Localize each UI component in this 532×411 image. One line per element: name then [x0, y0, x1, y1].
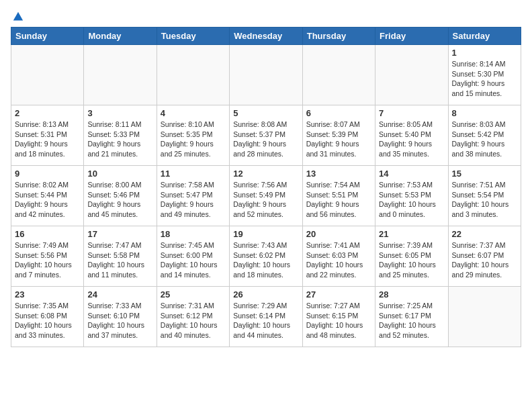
calendar-cell: 14Sunrise: 7:53 AM Sunset: 5:53 PM Dayli…	[375, 166, 448, 226]
calendar-cell	[375, 45, 448, 105]
day-number: 12	[233, 169, 298, 179]
day-info: Sunrise: 8:08 AM Sunset: 5:37 PM Dayligh…	[233, 120, 298, 159]
day-number: 4	[161, 108, 226, 118]
logo	[11, 11, 24, 20]
day-header-friday: Friday	[375, 28, 448, 45]
day-number: 11	[161, 169, 226, 179]
calendar-cell: 16Sunrise: 7:49 AM Sunset: 5:56 PM Dayli…	[11, 226, 84, 287]
logo-icon	[12, 11, 24, 23]
calendar-cell: 19Sunrise: 7:43 AM Sunset: 6:02 PM Dayli…	[230, 226, 302, 287]
calendar-cell: 5Sunrise: 8:08 AM Sunset: 5:37 PM Daylig…	[230, 105, 302, 166]
calendar-cell: 4Sunrise: 8:10 AM Sunset: 5:35 PM Daylig…	[157, 105, 229, 166]
calendar-cell: 9Sunrise: 8:02 AM Sunset: 5:44 PM Daylig…	[11, 166, 84, 226]
day-info: Sunrise: 7:25 AM Sunset: 6:17 PM Dayligh…	[379, 301, 444, 340]
day-number: 9	[15, 169, 80, 179]
day-info: Sunrise: 7:41 AM Sunset: 6:03 PM Dayligh…	[306, 240, 371, 280]
day-info: Sunrise: 7:53 AM Sunset: 5:53 PM Dayligh…	[379, 180, 444, 220]
calendar-cell: 22Sunrise: 7:37 AM Sunset: 6:07 PM Dayli…	[448, 226, 521, 287]
day-info: Sunrise: 7:27 AM Sunset: 6:15 PM Dayligh…	[306, 301, 371, 340]
calendar-cell: 13Sunrise: 7:54 AM Sunset: 5:51 PM Dayli…	[302, 166, 375, 226]
day-info: Sunrise: 7:43 AM Sunset: 6:02 PM Dayligh…	[233, 240, 298, 280]
day-info: Sunrise: 7:35 AM Sunset: 6:08 PM Dayligh…	[15, 301, 80, 340]
calendar-cell: 7Sunrise: 8:05 AM Sunset: 5:40 PM Daylig…	[375, 105, 448, 166]
day-info: Sunrise: 7:33 AM Sunset: 6:10 PM Dayligh…	[87, 301, 152, 340]
day-info: Sunrise: 7:31 AM Sunset: 6:12 PM Dayligh…	[161, 301, 226, 340]
day-number: 18	[161, 229, 226, 239]
calendar-cell	[230, 45, 302, 105]
day-number: 6	[306, 108, 371, 118]
day-header-saturday: Saturday	[448, 28, 521, 45]
calendar-cell: 20Sunrise: 7:41 AM Sunset: 6:03 PM Dayli…	[302, 226, 375, 287]
calendar-cell: 23Sunrise: 7:35 AM Sunset: 6:08 PM Dayli…	[11, 287, 84, 347]
calendar-cell: 25Sunrise: 7:31 AM Sunset: 6:12 PM Dayli…	[157, 287, 229, 347]
day-header-thursday: Thursday	[302, 28, 375, 45]
calendar-cell: 15Sunrise: 7:51 AM Sunset: 5:54 PM Dayli…	[448, 166, 521, 226]
day-number: 16	[15, 229, 80, 239]
day-header-tuesday: Tuesday	[157, 28, 229, 45]
day-info: Sunrise: 8:10 AM Sunset: 5:35 PM Dayligh…	[161, 120, 226, 159]
calendar-cell: 26Sunrise: 7:29 AM Sunset: 6:14 PM Dayli…	[230, 287, 302, 347]
day-info: Sunrise: 7:56 AM Sunset: 5:49 PM Dayligh…	[233, 180, 298, 220]
calendar-cell	[157, 45, 229, 105]
day-number: 26	[233, 289, 298, 300]
page-header	[11, 11, 521, 20]
day-header-sunday: Sunday	[11, 28, 84, 45]
calendar-week-1: 1Sunrise: 8:14 AM Sunset: 5:30 PM Daylig…	[11, 45, 521, 105]
day-info: Sunrise: 8:13 AM Sunset: 5:31 PM Dayligh…	[15, 120, 80, 159]
day-number: 1	[452, 48, 517, 58]
day-number: 28	[379, 289, 444, 300]
day-number: 17	[87, 229, 152, 239]
day-info: Sunrise: 8:07 AM Sunset: 5:39 PM Dayligh…	[306, 120, 371, 159]
day-info: Sunrise: 7:37 AM Sunset: 6:07 PM Dayligh…	[452, 240, 517, 280]
calendar-cell	[448, 287, 521, 347]
day-info: Sunrise: 7:47 AM Sunset: 5:58 PM Dayligh…	[87, 240, 152, 280]
day-info: Sunrise: 7:58 AM Sunset: 5:47 PM Dayligh…	[161, 180, 226, 220]
day-info: Sunrise: 8:00 AM Sunset: 5:46 PM Dayligh…	[87, 180, 152, 220]
calendar-cell: 28Sunrise: 7:25 AM Sunset: 6:17 PM Dayli…	[375, 287, 448, 347]
day-number: 14	[379, 169, 444, 179]
days-header-row: SundayMondayTuesdayWednesdayThursdayFrid…	[11, 28, 521, 45]
day-header-wednesday: Wednesday	[230, 28, 302, 45]
day-number: 20	[306, 229, 371, 239]
calendar-week-2: 2Sunrise: 8:13 AM Sunset: 5:31 PM Daylig…	[11, 105, 521, 166]
day-number: 19	[233, 229, 298, 239]
calendar-cell	[302, 45, 375, 105]
calendar-cell: 2Sunrise: 8:13 AM Sunset: 5:31 PM Daylig…	[11, 105, 84, 166]
calendar-cell: 21Sunrise: 7:39 AM Sunset: 6:05 PM Dayli…	[375, 226, 448, 287]
day-number: 23	[15, 289, 80, 300]
day-number: 24	[87, 289, 152, 300]
calendar-cell: 8Sunrise: 8:03 AM Sunset: 5:42 PM Daylig…	[448, 105, 521, 166]
day-info: Sunrise: 7:45 AM Sunset: 6:00 PM Dayligh…	[161, 240, 226, 280]
calendar-cell: 1Sunrise: 8:14 AM Sunset: 5:30 PM Daylig…	[448, 45, 521, 105]
svg-marker-0	[13, 12, 23, 21]
day-number: 27	[306, 289, 371, 300]
calendar-cell: 6Sunrise: 8:07 AM Sunset: 5:39 PM Daylig…	[302, 105, 375, 166]
day-info: Sunrise: 8:14 AM Sunset: 5:30 PM Dayligh…	[452, 59, 517, 99]
calendar-cell: 17Sunrise: 7:47 AM Sunset: 5:58 PM Dayli…	[84, 226, 157, 287]
calendar-cell: 3Sunrise: 8:11 AM Sunset: 5:33 PM Daylig…	[84, 105, 157, 166]
day-number: 7	[379, 108, 444, 118]
day-number: 15	[452, 169, 517, 179]
calendar-cell: 27Sunrise: 7:27 AM Sunset: 6:15 PM Dayli…	[302, 287, 375, 347]
calendar-cell	[84, 45, 157, 105]
day-number: 3	[87, 108, 152, 118]
day-number: 13	[306, 169, 371, 179]
calendar-cell: 24Sunrise: 7:33 AM Sunset: 6:10 PM Dayli…	[84, 287, 157, 347]
day-header-monday: Monday	[84, 28, 157, 45]
calendar-week-5: 23Sunrise: 7:35 AM Sunset: 6:08 PM Dayli…	[11, 287, 521, 347]
calendar-week-4: 16Sunrise: 7:49 AM Sunset: 5:56 PM Dayli…	[11, 226, 521, 287]
day-info: Sunrise: 7:49 AM Sunset: 5:56 PM Dayligh…	[15, 240, 80, 280]
day-number: 5	[233, 108, 298, 118]
day-info: Sunrise: 8:02 AM Sunset: 5:44 PM Dayligh…	[15, 180, 80, 220]
day-number: 10	[87, 169, 152, 179]
day-info: Sunrise: 8:11 AM Sunset: 5:33 PM Dayligh…	[87, 120, 152, 159]
day-number: 25	[161, 289, 226, 300]
day-number: 22	[452, 229, 517, 239]
day-info: Sunrise: 7:39 AM Sunset: 6:05 PM Dayligh…	[379, 240, 444, 280]
day-info: Sunrise: 8:03 AM Sunset: 5:42 PM Dayligh…	[452, 120, 517, 159]
calendar-cell	[11, 45, 84, 105]
day-number: 21	[379, 229, 444, 239]
calendar-cell: 12Sunrise: 7:56 AM Sunset: 5:49 PM Dayli…	[230, 166, 302, 226]
day-info: Sunrise: 7:29 AM Sunset: 6:14 PM Dayligh…	[233, 301, 298, 340]
calendar-cell: 10Sunrise: 8:00 AM Sunset: 5:46 PM Dayli…	[84, 166, 157, 226]
